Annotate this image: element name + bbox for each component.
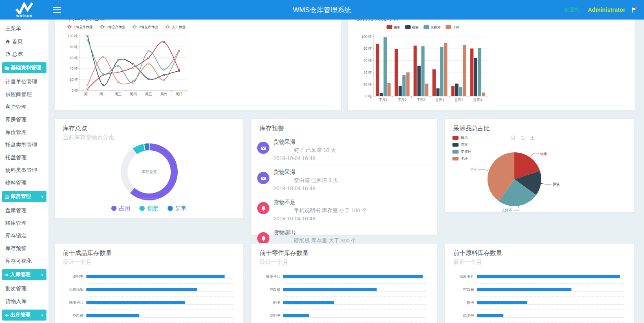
material-category-bar-chart: 轴承弹簧支撑环卡环0 吨20 吨40 吨60 吨80 吨100 吨平库1平库2平… [354,23,635,110]
sidebar-item[interactable]: 托盘类型管理 [0,138,49,151]
svg-text:周三: 周三 [115,92,121,96]
hbar-grid-line [89,310,234,310]
card-title: 前十原料库存数量 [445,244,634,257]
sidebar-item[interactable]: 库位管理 [0,126,49,138]
svg-text:3号立库作业: 3号立库作业 [139,25,158,29]
sidebar-item[interactable]: 出库管理∨ [2,310,46,321]
svg-text:弹簧: 弹簧 [553,182,560,186]
sidebar-item[interactable]: 入库管理∨ [2,269,46,280]
hbar-track [86,288,234,292]
inventory-donut-chart: 库存总览 [55,142,243,202]
sidebar-item[interactable]: 移库管理 [0,217,49,229]
card-title: 库存总览 [55,119,243,132]
donut-legend-item[interactable]: 占用 [111,205,130,212]
save-as-image-icon[interactable] [530,135,535,141]
hbar-row: 空白箱 [452,286,624,293]
restore-icon[interactable] [520,135,525,141]
hbar-track [283,301,427,305]
svg-text:0 吨: 0 吨 [71,88,78,92]
sidebar-item[interactable]: 基础资料管理 [2,62,46,73]
username[interactable]: Administrator [588,7,625,13]
hbar-track [86,275,234,279]
sidebar-item[interactable]: 托盘管理 [0,151,49,164]
watson-logo[interactable]: watson [0,2,49,18]
card-subtitle: 最近一个月 [55,257,243,266]
svg-text:100 吨: 100 吨 [362,35,372,39]
alert-title: 货物不足 [273,199,430,206]
sidebar-item[interactable]: 物料管理 [0,176,49,189]
svg-text:0 吨: 0 吨 [365,94,372,98]
hbar-grid-line [480,297,624,297]
sidebar-item[interactable]: 总览 [0,48,49,60]
sidebar-item[interactable]: 库房管理∨ [2,191,46,202]
sidebar-item[interactable]: 物料类型管理 [0,164,49,176]
welcome-label: 欢迎您： [564,6,585,13]
hbar-track [283,275,427,279]
sidebar-header: 主菜单 [0,20,49,35]
donut-legend-item[interactable]: 锁定 [139,205,159,212]
hbar-track [283,314,427,318]
hbar-grid-line [89,283,234,284]
notification-flag-icon[interactable] [631,7,637,13]
hbar-track [477,301,624,305]
stagnant-pie-chart: 轴承弹簧支撑环卡环 [445,143,584,214]
hbar-value-bar [86,288,197,291]
svg-text:周四: 周四 [130,92,137,96]
hbar-value-bar [283,314,309,317]
hbar-value-bar [283,288,377,291]
hbar-value-bar [86,275,225,278]
sidebar-item[interactable]: 计量单位管理 [0,75,49,88]
svg-text:60 吨: 60 吨 [364,58,372,62]
alert-timestamp: 2018-10-04 16:48 [273,155,430,161]
hbar-value-bar [477,314,503,317]
hamburger-menu-icon[interactable] [53,5,61,14]
bell-icon [257,202,269,214]
sidebar-item[interactable]: 批次管理 [0,282,49,295]
card-title: 前十零件库存数量 [251,244,437,257]
chevron-down-icon: ∨ [41,194,44,199]
svg-text:80 吨: 80 吨 [70,45,78,49]
card-stagnant-share: 呆滞品总占比 轴承弹簧支撑环卡环 轴承弹簧支撑环卡环 [445,119,635,213]
sidebar-item[interactable]: 库房管理 [0,113,49,126]
hbar-track [86,314,234,318]
sidebar-item[interactable]: 供应商管理 [0,88,49,101]
svg-text:周六: 周六 [160,92,168,96]
sidebar-item[interactable]: 货物入库 [0,295,49,308]
alert-item[interactable]: 货物呆滞空白箱 已呆滞 3 天2018-10-04 16:48 [251,165,437,195]
card-inventory-alerts: 库存预警 货物呆滞钉子 已呆滞 10 天2018-10-04 16:48货物呆滞… [251,119,437,235]
pie-legend-item[interactable]: 轴承 [452,135,472,141]
alert-title: 货物呆滞 [273,169,430,176]
svg-text:人工作业: 人工作业 [172,25,185,29]
svg-text:2号立库作业: 2号立库作业 [107,25,126,29]
sidebar-item[interactable]: 库存可视化 [0,255,49,267]
hbar-row: 空白箱 [62,312,234,319]
hbar-category-label: 纸质卡片 [452,274,477,279]
hbar-grid-line [286,283,427,284]
home-icon [5,39,10,44]
svg-text:轴承: 轴承 [540,152,547,156]
sidebar-item[interactable]: 库存预警 [0,242,49,255]
card-top-parts: 前十零件库存数量 最近一个月 纸质卡片空白箱彩卡说明书 [251,243,437,323]
hbar-category-label: 纸质卡片 [62,300,86,305]
data-view-icon[interactable] [510,135,516,141]
hbar-value-bar [86,301,185,304]
hbar-row: 彩卡 [259,299,427,306]
svg-text:立库2: 立库2 [454,98,463,102]
sidebar-item[interactable]: 库存锁定 [0,229,49,242]
hbar-row: 纸质卡片 [62,299,234,306]
sidebar-item[interactable]: 盘库管理 [0,204,49,217]
sidebar-item[interactable]: 客户管理 [0,101,49,113]
donut-legend-item[interactable]: 异常 [168,205,187,212]
envelope-icon [257,172,269,184]
hbar-track [477,288,624,292]
hbar-category-label: 瓦楞纸板 [62,287,86,292]
hbar-value-bar [86,314,139,317]
sidebar-item[interactable]: 首页 [0,35,49,48]
envelope-icon [257,142,269,154]
card-title: 库存预警 [251,119,437,132]
svg-text:周二: 周二 [99,92,107,96]
alert-item[interactable]: 货物不足手机说明书 库存量 小于 100 个2018-10-04 16:48 [251,195,437,225]
alert-item[interactable]: 货物呆滞钉子 已呆滞 10 天2018-10-04 16:48 [251,135,437,165]
card-top-raw: 前十原料库存数量 最近一个月 纸质卡片空白箱彩卡说明书 [445,243,635,323]
hbar-track [283,288,427,292]
